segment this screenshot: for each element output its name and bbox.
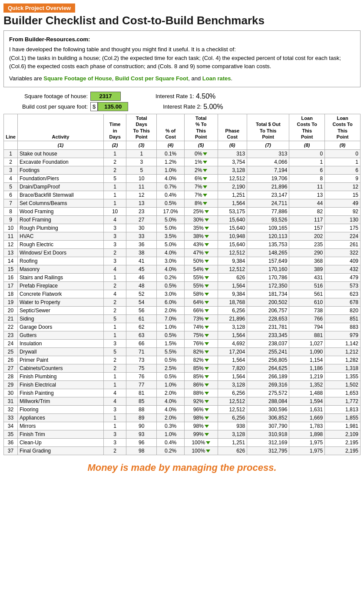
main-title: Builder Checklist and Cost-to-Build Benc… <box>3 14 361 27</box>
table-row: 17Prefab Fireplace2480.5%55%1,564172,350… <box>4 281 361 290</box>
intro-body1: I have developed the following table and… <box>9 45 355 54</box>
cost-dollar: $ <box>90 102 98 111</box>
table-row: 36Clean-Up3960.4%100%1,251312,1691,9752,… <box>4 438 361 446</box>
table-row: 29Finish Electrical1771.0%86%3,128269,31… <box>4 380 361 389</box>
th-activity: Activity <box>18 114 104 141</box>
table-row: 27Cabinets/Counters2752.5%85%7,820264,62… <box>4 364 361 372</box>
table-row: 12Rough Electric3365.0%43%15,640135,7532… <box>4 240 361 248</box>
intro-body2: (Col.1) the tasks in building a house; (… <box>9 54 355 71</box>
th-pct-cost: % ofCost <box>157 114 185 141</box>
th-line: Line <box>4 114 18 141</box>
intro-from: From Builder-Resources.com: <box>9 35 355 44</box>
th-total-days: TotalDaysTo ThisPoint <box>126 114 157 141</box>
th-phase-cost: PhaseCost <box>218 114 247 141</box>
table-row: 2Excavate Foundation231.2%1%3,7544,06611 <box>4 158 361 166</box>
table-row: 19Water to Property2546.0%64%18,768200,5… <box>4 298 361 306</box>
table-row: 3Footings251.0%2%3,1287,19466 <box>4 166 361 174</box>
table-row: 32Flooring3884.0%96%12,512300,5961,6311,… <box>4 405 361 413</box>
table-row: 22Garage Doors1621.0%74%3,128231,7817948… <box>4 323 361 331</box>
table-row: 23Gutters1630.5%75%1,564233,345881979 <box>4 331 361 339</box>
rate2-value[interactable]: 5.00% <box>203 103 223 111</box>
table-row: 1Stake out house110.1%0%31331300 <box>4 149 361 158</box>
table-row: 28Finish Plumbing1760.5%85%1,564266,1891… <box>4 372 361 380</box>
table-row: 5Drain/DampProof1110.7%7%2,19021,8961112 <box>4 182 361 191</box>
table-row: 25Drywall5715.5%82%17,204255,2411,0901,2… <box>4 347 361 356</box>
table-row: 26Primer Paint2730.5%82%1,564256,8051,15… <box>4 356 361 364</box>
table-row: 6Brace/Backfill Stemwall1120.4%7%1,25123… <box>4 191 361 199</box>
table-row: 13Windows/ Ext Doors2384.0%47%12,512148,… <box>4 248 361 257</box>
footer-tagline: Money is made by managing the process. <box>3 460 361 476</box>
table-row: 8Wood Framing102317.0%25%53,17577,886829… <box>4 207 361 215</box>
th-loan2: LoanCosts ToThisPoint <box>325 114 361 141</box>
rate1-label: Interest Rate 1: <box>156 93 194 99</box>
table-row: 15Masonry4454.0%54%12,512170,160389432 <box>4 265 361 273</box>
intro-vars: Variables are Square Footage of House, B… <box>9 74 355 83</box>
th-time: TimeinDays <box>103 114 126 141</box>
th-total-pct: Total% ToThisPoint <box>184 114 218 141</box>
table-row: 10Rough Plumbing3305.0%35%15,640109,1651… <box>4 224 361 232</box>
table-row: 33Appliances1892.0%98%6,256306,8521,6691… <box>4 413 361 422</box>
table-row: 16Stairs and Railings1460.2%55%626170,78… <box>4 273 361 281</box>
th-loan1: LoanCosts ToThisPoint <box>289 114 325 141</box>
rate1-value[interactable]: 4.50% <box>196 93 215 100</box>
table-row: 14Roofing3413.0%50%9,384157,649368409 <box>4 257 361 265</box>
table-row: 9Roof Framing4275.0%30%15,64093,52611713… <box>4 215 361 224</box>
cost-label: Build cost per square foot: <box>3 103 90 110</box>
table-row: 31Millwork/Trim4854.0%92%12,512288,0841,… <box>4 397 361 405</box>
table-row: 7Set Columns/Beams1130.5%8%1,56424,71144… <box>4 199 361 207</box>
table-row: 20Septic/Sewer2562.0%66%6,256206,7577388… <box>4 306 361 314</box>
table-row: 34Mirrors1900.3%98%938307,7901,7831,981 <box>4 422 361 430</box>
table-row: 35Finish Trim3931.0%99%3,128310,9181,898… <box>4 430 361 438</box>
table-row: 37Final Grading2980.2%100%626312,7951,97… <box>4 446 361 455</box>
sqft-label: Square footage of house: <box>3 93 90 99</box>
sqft-value[interactable]: 2317 <box>90 92 121 101</box>
header-badge: Quick Project Overview <box>3 3 75 13</box>
cost-value[interactable]: 135.00 <box>98 102 128 111</box>
intro-box: From Builder-Resources.com: I have devel… <box>3 30 361 88</box>
th-total-out: Total $ OutTo ThisPoint <box>247 114 289 141</box>
table-row: 11HVAC3333.5%38%10,948120,113202224 <box>4 232 361 240</box>
rate2-label: Interest Rate 2: <box>163 103 202 110</box>
table-row: 24Insulation3661.5%76%4,692238,0371,0271… <box>4 339 361 347</box>
table-row: 30Finish Painting4812.0%88%6,256275,5721… <box>4 389 361 397</box>
main-table: Line Activity TimeinDays TotalDaysTo Thi… <box>3 114 361 455</box>
table-row: 18Concrete Flatwork4523.0%58%9,384181,73… <box>4 290 361 298</box>
table-row: 4Foundation/Piers5104.0%6%12,51219,70689 <box>4 174 361 182</box>
table-row: 21Siding5617.0%73%21,896228,653766851 <box>4 314 361 323</box>
